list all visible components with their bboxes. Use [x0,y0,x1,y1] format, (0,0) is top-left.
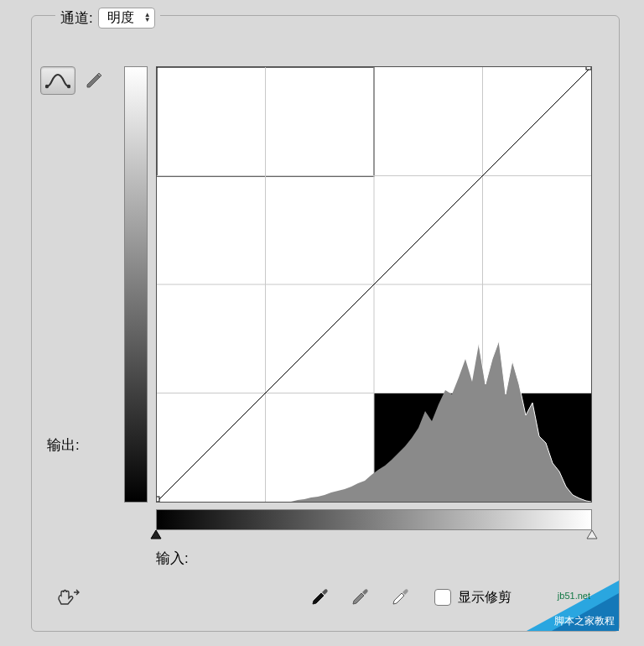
select-arrows-icon: ▲▼ [144,13,151,23]
targeted-adjustment-button[interactable] [50,585,84,610]
channel-select[interactable]: 明度 ▲▼ [98,8,155,29]
watermark-line2: 脚本之家教程 [554,615,615,627]
watermark-line1: jb51.net [557,591,590,601]
svg-point-0 [45,85,49,88]
curves-svg [157,67,591,502]
eyedropper-white-icon [389,586,411,608]
show-clipping-checkbox[interactable] [434,589,451,606]
output-gradient [124,66,148,503]
white-point-eyedropper[interactable] [389,586,411,608]
pencil-icon [85,71,103,90]
curve-icon [45,71,70,90]
output-label: 输出: [47,435,80,455]
curves-graph[interactable] [156,66,592,503]
eyedropper-gray-icon [349,586,371,608]
input-gradient [156,509,592,530]
input-black-slider[interactable] [150,529,162,540]
gray-point-eyedropper[interactable] [349,586,371,608]
input-white-slider[interactable] [586,529,598,540]
pencil-tool-button[interactable] [82,66,106,95]
curve-tool-button[interactable] [40,66,75,95]
curves-fieldset: 通道: 明度 ▲▼ [31,15,620,632]
eyedropper-black-icon [309,586,330,608]
channel-label: 通道: [60,8,93,28]
svg-rect-12 [586,67,591,70]
channel-selected-value: 明度 [107,9,134,27]
svg-rect-11 [157,497,159,502]
watermark: jb51.net 脚本之家教程 [493,581,619,631]
hand-icon [54,587,80,607]
black-point-eyedropper[interactable] [309,586,330,608]
svg-point-1 [67,85,70,88]
input-slider-track[interactable] [156,530,592,544]
input-label: 输入: [156,549,189,568]
